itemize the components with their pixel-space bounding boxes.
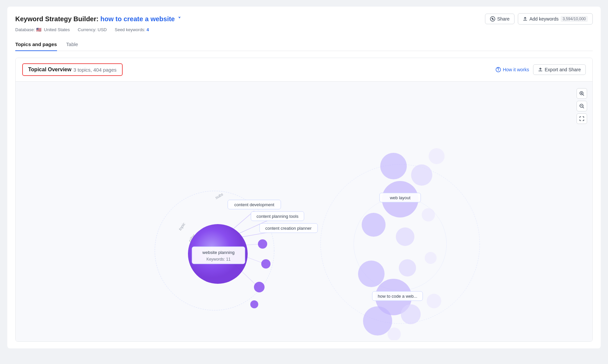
add-keywords-label: Add keywords: [529, 16, 559, 22]
svg-point-21: [411, 164, 432, 186]
svg-text:content creation planner: content creation planner: [265, 226, 312, 231]
svg-text:content development: content development: [234, 202, 274, 207]
svg-point-14: [258, 239, 267, 249]
tabs-row: Topics and pages Table: [15, 38, 593, 51]
svg-point-32: [401, 304, 421, 324]
overview-subtitle: 3 topics, 404 pages: [73, 67, 116, 73]
svg-text:how to code a web...: how to code a web...: [378, 294, 417, 299]
page-container: Keyword Strategy Builder: how to create …: [7, 7, 601, 348]
header-actions: Share Add keywords 3,594/10,000: [485, 13, 593, 25]
header-row: Keyword Strategy Builder: how to create …: [15, 13, 593, 25]
svg-point-31: [363, 306, 392, 335]
help-circle-icon: [496, 67, 501, 72]
meta-row: Database: 🇺🇸 United States Currency: USD…: [15, 27, 593, 32]
svg-point-20: [380, 153, 407, 179]
seed-keywords-label: Seed keywords:: [115, 27, 146, 32]
title-prefix: Keyword Strategy Builder:: [15, 15, 98, 23]
header-title-group: Keyword Strategy Builder: how to create …: [15, 15, 181, 23]
svg-point-24: [396, 227, 414, 246]
share-icon: [490, 16, 495, 22]
tab-table[interactable]: Table: [66, 38, 78, 51]
share-label: Share: [497, 16, 510, 22]
zoom-out-button[interactable]: [577, 101, 587, 111]
flag-icon: 🇺🇸: [36, 27, 41, 32]
seed-keywords-value: 4: [147, 27, 149, 32]
overview-title: Topical Overview: [28, 67, 71, 73]
add-keywords-button[interactable]: Add keywords 3,594/10,000: [518, 13, 593, 25]
svg-text:web layout: web layout: [390, 195, 411, 200]
svg-text:Keywords: 11: Keywords: 11: [207, 257, 231, 262]
svg-point-29: [425, 252, 437, 264]
svg-point-15: [261, 259, 271, 269]
page-title: Keyword Strategy Builder: how to create …: [15, 15, 181, 23]
main-card: Topical Overview 3 topics, 404 pages How…: [15, 58, 593, 342]
share-button[interactable]: Share: [485, 14, 515, 24]
viz-svg: subs topic pillar: [16, 82, 592, 340]
how-it-works-label: How it works: [503, 67, 529, 72]
svg-point-27: [358, 261, 385, 287]
topical-overview-box: Topical Overview 3 topics, 404 pages: [22, 63, 123, 76]
how-it-works-button[interactable]: How it works: [496, 67, 529, 72]
zoom-controls: [577, 88, 587, 124]
svg-point-1: [492, 18, 493, 20]
svg-text:subs: subs: [214, 192, 224, 200]
currency-info: Currency: USD: [78, 27, 107, 32]
database-info: Database: 🇺🇸 United States: [15, 27, 70, 32]
fit-view-icon: [579, 116, 584, 121]
database-label: Database:: [15, 27, 35, 32]
seed-keywords-info: Seed keywords: 4: [115, 27, 149, 32]
card-actions: How it works Export and Share: [496, 64, 586, 75]
svg-point-34: [388, 328, 401, 340]
viz-area: subs topic pillar: [16, 82, 592, 341]
chevron-down-icon[interactable]: ˅: [178, 17, 181, 22]
export-share-button[interactable]: Export and Share: [533, 64, 586, 75]
svg-point-22: [429, 148, 445, 164]
tab-topics-pages[interactable]: Topics and pages: [15, 38, 57, 51]
database-value: United States: [44, 27, 70, 32]
keywords-count: 3,594/10,000: [561, 16, 588, 22]
svg-point-33: [427, 294, 441, 308]
svg-text:content planning tools: content planning tools: [257, 214, 299, 219]
zoom-in-icon: [579, 91, 584, 96]
zoom-out-icon: [579, 103, 584, 109]
svg-text:topic: topic: [178, 222, 186, 231]
card-header: Topical Overview 3 topics, 404 pages How…: [16, 58, 592, 82]
export-icon: [538, 67, 543, 72]
upload-icon: [523, 17, 527, 21]
export-share-label: Export and Share: [545, 67, 581, 72]
svg-point-25: [422, 208, 435, 221]
svg-point-23: [362, 213, 386, 237]
svg-point-16: [254, 282, 265, 292]
svg-text:website planning: website planning: [202, 250, 235, 255]
zoom-in-button[interactable]: [577, 88, 587, 99]
title-link[interactable]: how to create a website: [100, 15, 175, 23]
svg-point-17: [250, 300, 258, 308]
fit-view-button[interactable]: [577, 113, 587, 124]
svg-point-28: [399, 259, 416, 276]
